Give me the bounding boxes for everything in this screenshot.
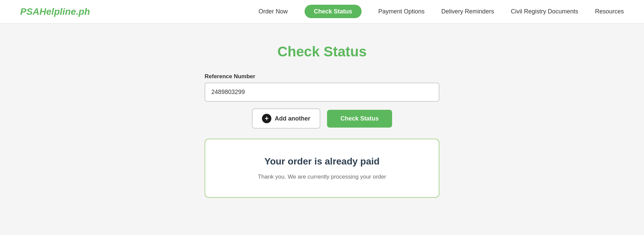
nav-link-resources[interactable]: Resources xyxy=(595,8,624,15)
nav-link-civil-registry[interactable]: Civil Registry Documents xyxy=(511,8,578,15)
main-content: Check Status Reference Number + Add anot… xyxy=(0,23,644,211)
nav-item-payment-options[interactable]: Payment Options xyxy=(378,8,425,15)
nav-link-order-now[interactable]: Order Now xyxy=(259,8,288,15)
add-another-label: Add another xyxy=(275,115,310,122)
navbar: PSAHelpline.ph Order Now Check Status Pa… xyxy=(0,0,644,23)
form-section: Reference Number + Add another Check Sta… xyxy=(205,73,439,198)
nav-item-check-status[interactable]: Check Status xyxy=(305,8,362,15)
nav-item-resources[interactable]: Resources xyxy=(595,8,624,15)
result-subtitle: Thank you. We are currently processing y… xyxy=(219,174,425,180)
plus-icon: + xyxy=(262,114,271,123)
check-status-button[interactable]: Check Status xyxy=(327,110,392,128)
reference-number-group: Reference Number xyxy=(205,73,439,102)
page-title: Check Status xyxy=(277,44,367,60)
nav-links: Order Now Check Status Payment Options D… xyxy=(259,8,624,15)
add-another-button[interactable]: + Add another xyxy=(252,108,320,129)
nav-item-delivery-reminders[interactable]: Delivery Reminders xyxy=(441,8,494,15)
nav-link-payment-options[interactable]: Payment Options xyxy=(378,8,425,15)
reference-number-input[interactable] xyxy=(205,83,439,102)
nav-link-delivery-reminders[interactable]: Delivery Reminders xyxy=(441,8,494,15)
result-title: Your order is already paid xyxy=(219,156,425,167)
result-box: Your order is already paid Thank you. We… xyxy=(205,139,439,198)
button-row: + Add another Check Status xyxy=(205,108,439,129)
nav-link-check-status[interactable]: Check Status xyxy=(305,5,362,18)
reference-number-label: Reference Number xyxy=(205,73,439,80)
nav-item-civil-registry[interactable]: Civil Registry Documents xyxy=(511,8,578,15)
nav-item-order-now[interactable]: Order Now xyxy=(259,8,288,15)
brand-logo[interactable]: PSAHelpline.ph xyxy=(20,6,90,17)
